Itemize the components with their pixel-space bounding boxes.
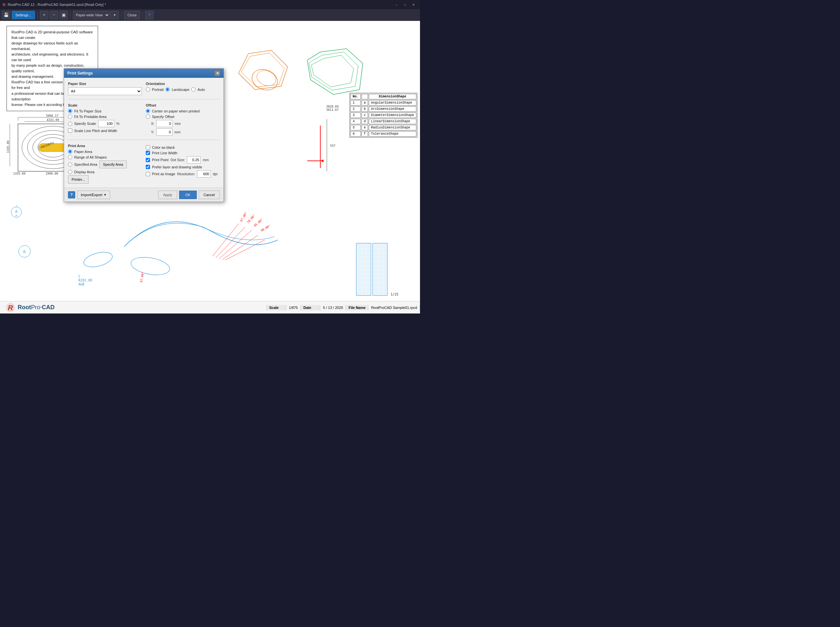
paper-size-select[interactable]: A4 (68, 87, 142, 95)
offset-section: Offset Center on paper when printed Spec… (146, 103, 220, 135)
auto-label[interactable]: Auto (197, 88, 205, 91)
print-image-label[interactable]: Print as Image (152, 172, 175, 176)
toolbar-separator-1 (37, 11, 38, 19)
scale-line-label[interactable]: Scale Line Pitch and Width (74, 129, 117, 133)
options-section: Color as black Print Line Width Print Po… (146, 144, 220, 184)
print-line-width-row: Print Line Width (146, 151, 220, 155)
paper-area-label[interactable]: Paper Area (74, 150, 92, 154)
table-row: 5eRadiusDimensionShape (351, 125, 417, 131)
maximize-button[interactable]: □ (401, 1, 409, 8)
minimize-button[interactable]: – (393, 1, 400, 8)
fit-paper-label[interactable]: Fit To Paper Size (74, 109, 102, 113)
zoom-out-button[interactable]: − (50, 11, 58, 19)
canvas-area: 5666.17 4331.09 1335.09 1335.09 2996.00 … (0, 21, 420, 314)
color-black-row: Color as black (146, 145, 220, 150)
resolution-unit: dpi (213, 172, 218, 176)
print-line-width-label[interactable]: Print Line Width (152, 151, 178, 155)
fit-paper-radio[interactable] (68, 109, 72, 113)
specified-area-radio[interactable] (68, 162, 72, 167)
statusbar: R RootPro·CAD Scale 1/875 Date 5 / 13 / … (0, 301, 420, 314)
auto-radio[interactable] (191, 87, 195, 91)
display-area-label[interactable]: Display Area (74, 170, 94, 174)
dialog-title: Print Settings (67, 71, 93, 76)
filename-label: File Name (346, 305, 368, 310)
close-button[interactable]: ✕ (409, 1, 417, 8)
desc-line2: design drawings for various fields such … (11, 41, 78, 51)
dialog-close-button[interactable]: ✕ (214, 70, 220, 76)
dot-size-label: Dot Size: (171, 158, 185, 162)
specify-scale-label[interactable]: Specify Scale (74, 121, 96, 126)
portrait-radio[interactable] (146, 87, 150, 91)
y-offset-row: Y: mm (151, 128, 220, 135)
help-button[interactable]: ? (145, 11, 154, 19)
printer-button[interactable]: Printer... (68, 175, 88, 184)
landscape-radio[interactable] (165, 87, 170, 91)
fit-printable-radio[interactable] (68, 114, 72, 119)
scale-status-value: 1/875 (286, 305, 301, 310)
scale-value-input[interactable] (98, 120, 115, 127)
apply-button[interactable]: Apply (158, 191, 177, 199)
print-point-row: Print Point Dot Size: mm (146, 156, 220, 164)
fit-printable-label[interactable]: Fit To Printable Area (74, 115, 107, 119)
display-area-radio[interactable] (68, 170, 72, 174)
all-shapes-label[interactable]: Range of All Shapes (74, 155, 107, 159)
paper-orientation-row: Paper Size A4 Orientation Portrait Lands… (68, 82, 220, 95)
close-button-toolbar[interactable]: Close (124, 11, 140, 19)
scale-line-checkbox[interactable] (68, 128, 72, 133)
orientation-label: Orientation (146, 82, 220, 86)
print-area-options: Paper Area Range of All Shapes Specified… (68, 150, 142, 174)
orientation-section: Orientation Portrait Landscape Auto (146, 82, 220, 95)
fit-printable-row: Fit To Printable Area (68, 114, 142, 119)
window-controls: – □ ✕ (393, 1, 417, 8)
ok-button[interactable]: OK (179, 191, 197, 199)
view-dropdown[interactable]: Paper-wide View ▼ (73, 11, 119, 19)
settings-button[interactable]: Settings... (12, 11, 35, 19)
all-shapes-radio[interactable] (68, 155, 72, 159)
x-unit: mm (175, 121, 181, 126)
print-image-row: Print as Image Resolution: dpi (146, 170, 220, 178)
specify-area-button[interactable]: Specify Area (99, 161, 127, 169)
import-export-label: Import/Export (81, 193, 102, 197)
print-point-checkbox[interactable] (146, 158, 150, 162)
titlebar: R RootPro CAD 12 - RootProCAD Sample01.r… (0, 0, 420, 9)
prefer-layer-checkbox[interactable] (146, 165, 150, 169)
specify-scale-row: Specify Scale % (68, 120, 142, 127)
table-header-letter (362, 94, 368, 99)
save-icon-button[interactable]: 💾 (2, 11, 11, 19)
zoom-in-button[interactable]: + (40, 11, 48, 19)
print-image-checkbox[interactable] (146, 172, 150, 176)
specify-offset-radio[interactable] (146, 114, 150, 119)
print-line-width-checkbox[interactable] (146, 151, 150, 155)
cancel-button[interactable]: Cancel (199, 191, 220, 199)
resolution-label: Resolution: (177, 172, 195, 176)
table-row: 1aAngularDimensionShape (351, 100, 417, 106)
print-dialog: Print Settings ✕ Paper Size A4 Orientati… (64, 68, 224, 202)
import-export-button[interactable]: Import/Export ▼ (77, 191, 110, 199)
color-black-checkbox[interactable] (146, 145, 150, 150)
print-point-label[interactable]: Print Point (152, 158, 169, 162)
specified-area-label[interactable]: Specified Area (74, 162, 98, 166)
center-paper-label[interactable]: Center on paper when printed (152, 109, 200, 113)
specify-scale-radio[interactable] (68, 121, 72, 126)
footer-right: Apply OK Cancel (158, 191, 220, 199)
zoom-fit-button[interactable]: ▣ (60, 11, 68, 19)
view-dropdown-arrow[interactable]: ▼ (110, 11, 119, 19)
date-value: 5 / 13 / 2020 (320, 305, 346, 310)
dialog-body: Paper Size A4 Orientation Portrait Lands… (64, 78, 223, 187)
desc-line3: architecture, civil engineering, and ele… (11, 52, 88, 62)
portrait-label[interactable]: Portrait (152, 88, 164, 91)
view-select[interactable]: Paper-wide View (73, 11, 110, 19)
y-offset-input[interactable] (156, 128, 173, 135)
color-black-label[interactable]: Color as black (152, 145, 175, 150)
landscape-label[interactable]: Landscape (171, 88, 189, 91)
prefer-layer-label[interactable]: Prefer layer and drawing visible (152, 165, 202, 169)
scale-percent: % (116, 121, 120, 126)
paper-area-radio[interactable] (68, 150, 72, 154)
dot-size-input[interactable] (187, 156, 201, 164)
resolution-input[interactable] (197, 170, 211, 178)
specify-offset-label[interactable]: Specify Offset (152, 115, 174, 119)
center-paper-radio[interactable] (146, 109, 150, 113)
specify-offset-row: Specify Offset (146, 114, 220, 119)
help-button[interactable]: ? (68, 191, 75, 198)
x-offset-input[interactable] (156, 120, 173, 127)
